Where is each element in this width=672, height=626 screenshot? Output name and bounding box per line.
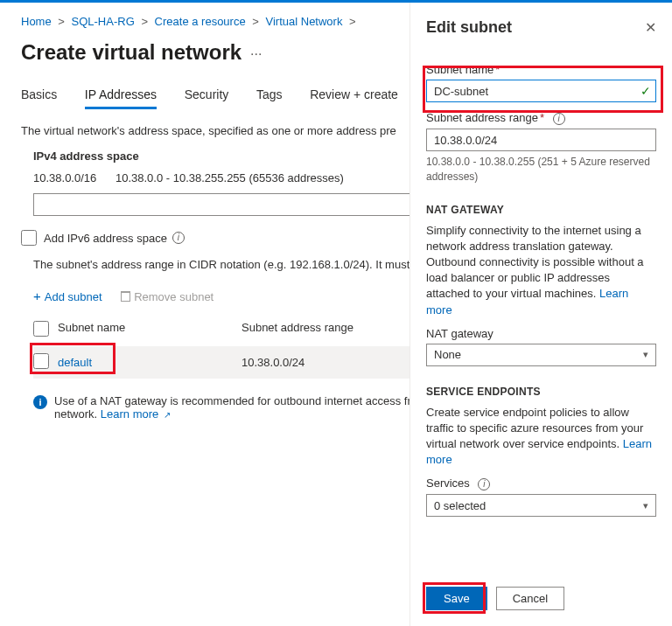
chevron-right-icon: > — [141, 15, 148, 28]
select-all-checkbox[interactable] — [33, 321, 49, 337]
learn-more-link[interactable]: Learn more ↗ — [101, 407, 171, 421]
breadcrumb-rg[interactable]: SQL-HA-RG — [72, 15, 135, 28]
row-checkbox[interactable] — [33, 353, 49, 369]
service-endpoints-description: Create service endpoint policies to allo… — [426, 405, 656, 469]
chevron-right-icon: > — [58, 15, 65, 28]
tab-ip-addresses[interactable]: IP Addresses — [85, 82, 157, 109]
subnet-range-value: 10.38.0.0/24 — [242, 356, 304, 369]
breadcrumb-vnet[interactable]: Virtual Network — [266, 15, 343, 28]
nat-gateway-select[interactable]: None ▾ — [426, 344, 656, 366]
column-subnet-range: Subnet address range — [242, 321, 354, 339]
subnet-range-label: Subnet address range* i — [426, 111, 656, 125]
nat-gateway-label: NAT gateway — [426, 327, 656, 340]
edit-subnet-panel: Edit subnet ✕ Subnet name* ✓ Subnet addr… — [410, 3, 672, 626]
ipv6-label: Add IPv6 address space — [44, 232, 167, 245]
info-icon: i — [33, 395, 47, 409]
more-icon[interactable]: ··· — [250, 46, 262, 61]
trash-icon — [121, 291, 130, 302]
column-subnet-name: Subnet name — [58, 321, 242, 339]
subnet-range-input[interactable] — [426, 129, 656, 151]
ipv4-cidr: 10.38.0.0/16 — [33, 171, 96, 184]
cancel-button[interactable]: Cancel — [496, 587, 564, 610]
chevron-down-icon: ▾ — [643, 500, 648, 511]
plus-icon: + — [33, 289, 41, 303]
remove-subnet-button: Remove subnet — [121, 290, 214, 303]
flyout-title: Edit subnet — [426, 18, 512, 37]
ipv4-range: 10.38.0.0 - 10.38.255.255 (65536 address… — [116, 171, 344, 184]
subnet-link-default[interactable]: default — [58, 356, 92, 369]
chevron-right-icon: > — [349, 15, 356, 28]
add-subnet-button[interactable]: +Add subnet — [33, 290, 105, 303]
services-select[interactable]: 0 selected ▾ — [426, 494, 656, 517]
subnet-range-caption: 10.38.0.0 - 10.38.0.255 (251 + 5 Azure r… — [426, 155, 656, 184]
chevron-right-icon: > — [252, 15, 259, 28]
breadcrumb-home[interactable]: Home — [21, 15, 52, 28]
subnet-name-input[interactable] — [426, 80, 656, 102]
nat-description: Simplify connectivity to the internet us… — [426, 223, 656, 318]
info-icon[interactable]: i — [172, 232, 185, 244]
check-icon: ✓ — [640, 84, 651, 98]
breadcrumb-create[interactable]: Create a resource — [155, 15, 246, 28]
save-button[interactable]: Save — [426, 587, 487, 610]
service-endpoints-title: SERVICE ENDPOINTS — [426, 386, 656, 398]
tab-security[interactable]: Security — [185, 82, 229, 107]
nat-section-title: NAT GATEWAY — [426, 204, 656, 216]
info-icon[interactable]: i — [478, 478, 490, 490]
info-icon[interactable]: i — [553, 113, 565, 125]
tab-review-create[interactable]: Review + create — [310, 82, 398, 107]
ipv6-checkbox[interactable] — [21, 230, 37, 246]
tab-basics[interactable]: Basics — [21, 82, 57, 107]
subnet-name-label: Subnet name* — [426, 63, 656, 76]
close-icon[interactable]: ✕ — [645, 19, 656, 36]
chevron-down-icon: ▾ — [643, 349, 648, 360]
services-label: Services i — [426, 476, 656, 490]
external-link-icon: ↗ — [164, 410, 171, 420]
tab-tags[interactable]: Tags — [256, 82, 283, 107]
